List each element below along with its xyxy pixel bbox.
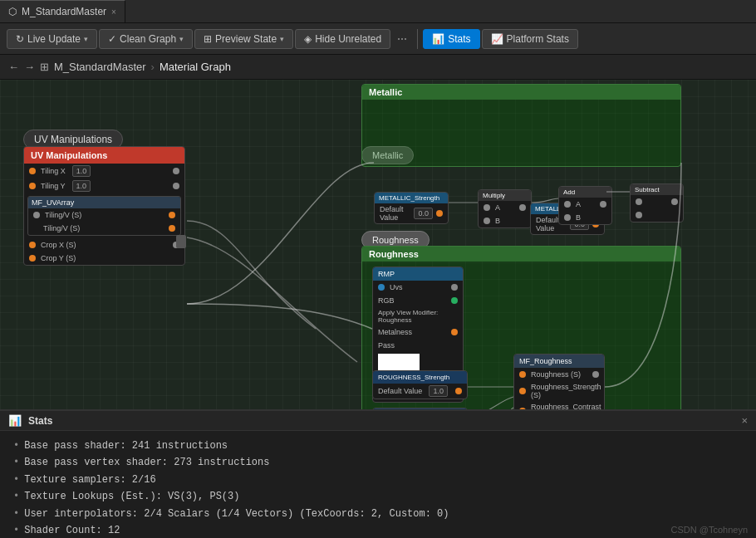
more-options-icon[interactable]: ⋯ (392, 30, 412, 48)
platform-stats-button[interactable]: 📈 Platform Stats (482, 29, 578, 49)
subtract-node[interactable]: Subtract (630, 183, 684, 223)
metallic-strength-node[interactable]: METALLIC_Strength Default Value 0.0 (374, 192, 449, 224)
pin-sub-a (636, 198, 642, 205)
metallic-add-node[interactable]: Add A B (558, 186, 612, 225)
metallic-content (362, 100, 680, 166)
tab-m-standardmaster[interactable]: ⬡ M_StandardMaster × (0, 0, 125, 22)
pin-right-1 (169, 212, 175, 218)
stats-line: •User interpolators: 2/4 Scalars (1/4 Ve… (13, 506, 743, 522)
stats-line: •Texture samplers: 2/16 (13, 472, 743, 488)
stats-panel: 📊 Stats × •Base pass shader: 241 instruc… (0, 409, 756, 538)
stats-button[interactable]: 📊 Stats (423, 29, 479, 49)
stats-label: Stats (448, 33, 470, 45)
hide-unrelated-label: Hide Unrelated (315, 33, 381, 45)
chevron-down-icon-2: ▾ (179, 35, 184, 43)
pin-rough-result (592, 371, 599, 378)
stats-header: 📊 Stats × (0, 411, 756, 431)
hide-unrelated-icon: ◈ (304, 33, 312, 45)
tab-title: M_StandardMaster (22, 6, 106, 17)
pin-rmp-rgb (451, 297, 458, 304)
pin-str-out (455, 388, 462, 394)
stats-line: •Base pass shader: 241 instructions (13, 438, 743, 454)
pin-add-b (564, 214, 571, 221)
preview-state-icon: ⊞ (204, 33, 212, 45)
toolbar-divider (417, 29, 418, 49)
pin-sub-b (636, 212, 642, 218)
live-update-button[interactable]: ↻ Live Update ▾ (7, 29, 97, 49)
pin-mult-b (484, 218, 490, 224)
bullet-icon: • (13, 522, 19, 538)
clean-graph-button[interactable]: ✓ Clean Graph ▾ (99, 29, 193, 49)
pin-tilingx-icon (29, 168, 36, 174)
bullet-icon: • (13, 506, 19, 522)
pin-sub-out (671, 198, 678, 205)
pin-out-1 (173, 168, 179, 174)
back-button[interactable]: ← (8, 61, 19, 73)
pin-tilingy-icon (29, 183, 36, 189)
stats-close-button[interactable]: × (741, 414, 748, 427)
stats-panel-icon: 📊 (8, 414, 22, 427)
pin-add-out (600, 201, 606, 208)
uv-node-header: UV Manipulations (24, 147, 184, 164)
chevron-down-icon-3: ▾ (280, 35, 284, 43)
pin-out-2 (173, 183, 179, 189)
forward-button[interactable]: → (24, 61, 35, 73)
uv-pin-tilingy: Tiling Y 1.0 (24, 179, 184, 193)
subtract-header: Subtract (631, 184, 683, 195)
multiply-node[interactable]: Multiply A B (478, 189, 532, 228)
stats-line: •Shader Count: 12 (13, 522, 743, 538)
bullet-icon: • (13, 488, 19, 505)
metallic-section: Metallic (361, 84, 681, 167)
stats-content: •Base pass shader: 241 instructions•Base… (0, 431, 756, 538)
breadcrumb-root[interactable]: M_StandardMaster (54, 61, 146, 73)
pin-rmp-out (451, 284, 458, 291)
rough-str-header: ROUGHNESS_Strength (373, 371, 467, 384)
metallic-section-header: Metallic (362, 85, 680, 100)
live-update-icon: ↻ (16, 33, 24, 45)
platform-stats-icon: 📈 (491, 33, 503, 45)
bullet-icon: • (13, 454, 19, 471)
pin-cropy (29, 255, 36, 262)
tab-bar: ⬡ M_StandardMaster × (0, 0, 756, 23)
live-update-label: Live Update (27, 33, 81, 45)
canvas-area[interactable]: ↓ UV Manipulations UV Manipulations Tili… (0, 80, 756, 437)
metallic-add-header: Add (559, 187, 611, 198)
clean-graph-label: Clean Graph (120, 33, 176, 45)
breadcrumb: ← → ⊞ M_StandardMaster › Material Graph (0, 55, 756, 80)
preview-state-button[interactable]: ⊞ Preview State ▾ (194, 29, 293, 49)
uv-manipulations-node[interactable]: UV Manipulations Tiling X 1.0 Tiling Y 1… (23, 146, 185, 266)
breadcrumb-grid-icon: ⊞ (40, 61, 49, 73)
pin-rmp-uvs (378, 284, 385, 291)
pin-rough-in (519, 371, 526, 378)
watermark: CSDN @Tcohneyn (671, 525, 748, 535)
breadcrumb-separator: › (151, 61, 155, 73)
pin-mult-out (519, 204, 526, 211)
pin-right-2 (169, 225, 175, 232)
tab-icon: ⬡ (8, 6, 17, 17)
preview-state-label: Preview State (215, 33, 277, 45)
pin-metallic-str-out (436, 210, 443, 217)
pin-cropx (29, 242, 36, 248)
metallic-str-header: METALLIC_Strength (375, 193, 448, 203)
chevron-down-icon: ▾ (84, 35, 88, 43)
mf-uvarray-header: MF_UVArray (28, 197, 180, 208)
toolbar: ↻ Live Update ▾ ✓ Clean Graph ▾ ⊞ Previe… (0, 23, 756, 55)
mf-uvarray-inner: MF_UVArray Tiling/V (S) Tiling/V (S) (27, 196, 181, 236)
multiply-header: Multiply (479, 190, 531, 201)
stats-line: •Texture Lookups (Est.): VS(3), PS(3) (13, 488, 743, 505)
pin-rmp-metalness (451, 329, 458, 335)
clean-graph-icon: ✓ (108, 33, 116, 45)
roughness-section-header: Roughness (362, 247, 680, 262)
pin-rough-str (519, 388, 526, 394)
tab-close-button[interactable]: × (111, 7, 116, 17)
stats-icon: 📊 (432, 33, 444, 45)
breadcrumb-current: Material Graph (160, 61, 231, 73)
pin-add-a (564, 201, 571, 208)
roughness-strength-node[interactable]: ROUGHNESS_Strength Default Value 1.0 (372, 370, 468, 399)
bullet-icon: • (13, 438, 19, 454)
bullet-icon: • (13, 472, 19, 488)
rmp-header: RMP (373, 267, 463, 281)
platform-stats-label: Platform Stats (507, 33, 569, 45)
pin-mult-a (484, 204, 490, 211)
hide-unrelated-button[interactable]: ◈ Hide Unrelated (295, 29, 390, 49)
